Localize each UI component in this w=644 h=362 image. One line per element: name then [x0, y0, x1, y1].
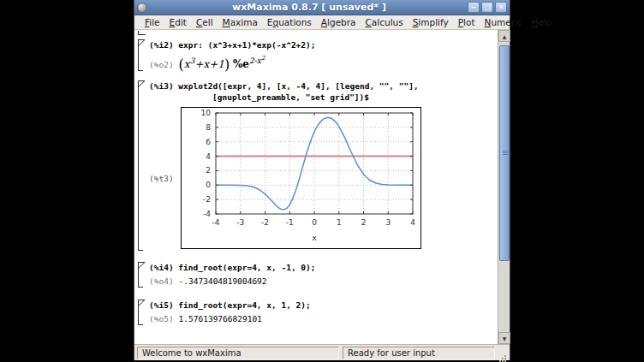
output-value: 1.576139766829101 [179, 312, 262, 325]
x-tick-label: 1 [336, 218, 341, 227]
scroll-up-icon: ▲ [503, 33, 507, 39]
input-label: (%i3) [149, 81, 174, 91]
y-tick-label: 4 [206, 152, 211, 161]
window-controls: ‒ ❑ ✕ [468, 2, 507, 13]
plot-image: -4-20246810-4-3-2-101234x [181, 107, 421, 249]
x-tick-label: 4 [410, 218, 415, 227]
menu-item-file[interactable]: File [140, 16, 164, 28]
cell-bracket[interactable] [138, 80, 146, 251]
input-line-i2[interactable]: (%i2) expr: (x^3+x+1)*exp(-x^2+2); [149, 39, 498, 50]
maximize-button[interactable]: ❑ [481, 2, 493, 13]
y-tick-label: 2 [206, 166, 211, 175]
menu-item-numeric[interactable]: Numeric [480, 16, 527, 28]
x-tick-label: 2 [361, 218, 366, 227]
input-code: find_root(expr=4, x, -1, 0); [178, 263, 315, 272]
input-label: (%i2) [149, 40, 174, 50]
x-tick-label: -1 [285, 218, 293, 227]
menu-item-simplify[interactable]: Simplify [408, 16, 453, 28]
y-tick-label: 8 [206, 123, 211, 132]
input-line-i3-2[interactable]: [gnuplot_preamble, "set grid"])$ [212, 92, 498, 103]
input-label: (%i4) [149, 263, 174, 272]
cell-bracket[interactable] [138, 39, 146, 71]
y-tick-label: -2 [203, 195, 211, 204]
x-tick-label: 3 [385, 218, 391, 227]
menubar: FileEditCellMaximaEquationsAlgebraCalcul… [134, 15, 510, 30]
worksheet[interactable]: (%i2) expr: (x^3+x+1)*exp(-x^2+2); (%o2)… [134, 30, 498, 344]
scrollbar-thumb[interactable] [499, 45, 510, 261]
output-label: (%o5) [149, 312, 174, 325]
math-output: (x3+x+1) %e2-x2 [179, 52, 265, 71]
window-title: wxMaxima 0.8.7 [ unsaved* ] [151, 2, 468, 13]
y-tick-label: 10 [200, 109, 211, 117]
resize-grip[interactable] [498, 347, 507, 358]
y-tick-label: 6 [206, 138, 211, 146]
output-line-o5: (%o5) 1.576139766829101 [149, 312, 498, 325]
minimize-icon: ‒ [471, 3, 476, 10]
x-tick-label: -3 [236, 218, 244, 227]
cell-bracket[interactable] [138, 262, 146, 288]
letterbox-stage: wxMaxima 0.8.7 [ unsaved* ] ‒ ❑ ✕ FileEd… [0, 0, 644, 362]
plot-svg: -4-20246810-4-3-2-101234x [182, 108, 420, 248]
menu-item-plot[interactable]: Plot [454, 16, 480, 28]
menu-item-calculus[interactable]: Calculus [361, 16, 408, 28]
y-tick-label: -4 [203, 210, 211, 218]
menu-item-equations[interactable]: Equations [263, 16, 316, 28]
input-line-i3-1[interactable]: (%i3) wxplot2d([expr, 4], [x, -4, 4], [l… [149, 80, 498, 92]
input-line-i5[interactable]: (%i5) find_root(expr=4, x, 1, 2); [149, 300, 498, 311]
maximize-icon: ❑ [484, 3, 490, 10]
cell-bracket[interactable] [138, 300, 146, 325]
menu-item-maxima[interactable]: Maxima [218, 16, 262, 28]
output-line-o2: (%o2) (x3+x+1) %e2-x2 [149, 52, 498, 71]
app-icon [137, 3, 147, 13]
status-maxima-state: Ready for user input [343, 347, 495, 359]
scroll-up-button[interactable]: ▲ [498, 30, 510, 42]
x-tick-label: -2 [261, 218, 269, 227]
cell-i2: (%i2) expr: (x^3+x+1)*exp(-x^2+2); (%o2)… [138, 39, 498, 71]
menu-item-cell[interactable]: Cell [192, 16, 218, 28]
cell-bracket-remnant [138, 31, 146, 35]
cell-i4: (%i4) find_root(expr=4, x, -1, 0); (%o4)… [138, 262, 498, 288]
output-line-o4: (%o4) -.3473404819004692 [149, 275, 498, 288]
titlebar[interactable]: wxMaxima 0.8.7 [ unsaved* ] ‒ ❑ ✕ [134, 0, 510, 15]
output-label: (%o2) [149, 58, 174, 71]
close-icon: ✕ [498, 3, 504, 10]
x-tick-label: -4 [212, 218, 219, 227]
input-code: [gnuplot_preamble, "set grid"])$ [212, 92, 369, 102]
x-axis-label: x [312, 233, 317, 242]
output-value: -.3473404819004692 [179, 275, 267, 288]
input-line-i4[interactable]: (%i4) find_root(expr=4, x, -1, 0); [149, 262, 498, 273]
scroll-down-icon: ▼ [503, 335, 507, 341]
menu-item-edit[interactable]: Edit [165, 16, 191, 28]
input-code: wxplot2d([expr, 4], [x, -4, 4], [legend,… [178, 81, 418, 91]
status-message: Welcome to wxMaxima [137, 347, 339, 359]
plot-output-row: (%t3) -4-20246810-4-3-2-101234x [149, 107, 498, 249]
document-area: (%i2) expr: (x^3+x+1)*exp(-x^2+2); (%o2)… [134, 30, 510, 344]
plot-border [216, 113, 413, 214]
output-label: (%o4) [149, 275, 174, 288]
wxmaxima-window: wxMaxima 0.8.7 [ unsaved* ] ‒ ❑ ✕ FileEd… [134, 0, 510, 360]
y-tick-label: 0 [206, 181, 211, 189]
scroll-down-button[interactable]: ▼ [498, 332, 510, 344]
cell-i5: (%i5) find_root(expr=4, x, 1, 2); (%o5) … [138, 300, 498, 325]
menu-item-algebra[interactable]: Algebra [317, 16, 361, 28]
x-tick-label: 0 [312, 218, 317, 227]
plot-label: (%t3) [149, 174, 174, 183]
statusbar: Welcome to wxMaxima Ready for user input [134, 344, 510, 360]
input-code: find_root(expr=4, x, 1, 2); [178, 300, 310, 310]
input-label: (%i5) [149, 300, 174, 310]
minimize-button[interactable]: ‒ [468, 2, 480, 13]
cell-i3: (%i3) wxplot2d([expr, 4], [x, -4, 4], [l… [138, 80, 498, 251]
close-button[interactable]: ✕ [495, 2, 507, 13]
menu-item-help[interactable]: Help [528, 16, 557, 28]
input-code: expr: (x^3+x+1)*exp(-x^2+2); [178, 40, 315, 50]
vertical-scrollbar[interactable]: ▲ ▼ [498, 30, 510, 344]
